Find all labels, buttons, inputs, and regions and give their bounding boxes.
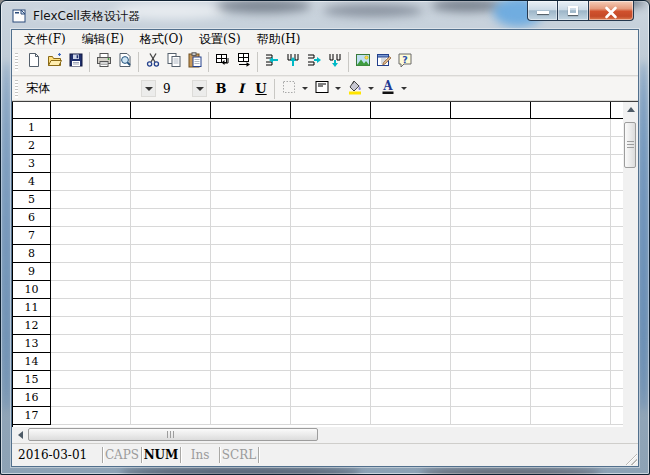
cell[interactable] [611,263,623,281]
cell[interactable] [451,191,531,209]
cell[interactable] [531,245,611,263]
cell[interactable] [531,371,611,389]
cell[interactable] [211,407,291,425]
column-header[interactable] [451,102,531,118]
cell[interactable] [51,191,131,209]
cell[interactable] [211,317,291,335]
titlebar[interactable]: FlexCell表格设计器 [1,1,649,29]
row-header[interactable]: 14 [13,353,51,371]
cell[interactable] [211,227,291,245]
cell[interactable] [291,263,371,281]
cell[interactable] [371,155,451,173]
cell[interactable] [611,335,623,353]
cell[interactable] [131,335,211,353]
column-header[interactable] [211,102,291,118]
cell[interactable] [291,281,371,299]
fill-color-button[interactable] [344,78,365,100]
cell[interactable] [611,245,623,263]
cell[interactable] [51,137,131,155]
row-header[interactable]: 8 [13,245,51,263]
cell[interactable] [611,209,623,227]
cell[interactable] [531,155,611,173]
cell[interactable] [291,299,371,317]
font-color-button[interactable]: A [377,78,398,100]
resize-grip[interactable] [624,452,637,465]
cell[interactable] [211,155,291,173]
cell[interactable] [211,245,291,263]
help-button[interactable]: ? [394,51,415,73]
menu-item-edit[interactable]: 编辑(E) [74,31,132,48]
menu-item-format[interactable]: 格式(O) [132,31,191,48]
row-header[interactable]: 16 [13,389,51,407]
cell[interactable] [291,245,371,263]
cell[interactable] [211,389,291,407]
cell[interactable] [371,371,451,389]
properties-button[interactable] [373,51,394,73]
alignment-dropdown-button[interactable] [332,80,344,98]
cell[interactable] [611,137,623,155]
cell[interactable] [131,191,211,209]
font-color-dropdown-button[interactable] [398,80,410,98]
toolbar-grip[interactable] [15,53,18,71]
cell[interactable] [371,227,451,245]
cell[interactable] [51,173,131,191]
scroll-up-button[interactable] [623,102,638,117]
cell[interactable] [131,389,211,407]
cell[interactable] [451,407,531,425]
cell[interactable] [451,371,531,389]
cell[interactable] [531,407,611,425]
cell[interactable] [371,191,451,209]
cell[interactable] [291,137,371,155]
cell[interactable] [611,299,623,317]
font-name-combo[interactable]: 宋体 [23,80,141,97]
cell[interactable] [371,353,451,371]
cell[interactable] [51,227,131,245]
cell[interactable] [611,353,623,371]
column-header[interactable] [371,102,451,118]
cut-button[interactable] [142,51,163,73]
cell[interactable] [611,155,623,173]
column-header[interactable] [51,102,131,118]
cell[interactable] [131,299,211,317]
horizontal-scrollbar[interactable] [12,427,623,443]
row-header[interactable]: 11 [13,299,51,317]
print-preview-button[interactable] [114,51,135,73]
cell[interactable] [531,353,611,371]
cell[interactable] [451,227,531,245]
cell[interactable] [291,173,371,191]
cell[interactable] [211,353,291,371]
horizontal-scrollbar-thumb[interactable] [28,428,318,441]
cell[interactable] [611,173,623,191]
borders-button[interactable] [278,78,299,100]
row-header[interactable]: 2 [13,137,51,155]
cell[interactable] [531,263,611,281]
column-header[interactable] [131,102,211,118]
cell[interactable] [51,209,131,227]
font-size-combo[interactable]: 9 [160,82,192,96]
cell[interactable] [291,371,371,389]
cell[interactable] [611,389,623,407]
cell[interactable] [371,263,451,281]
cell[interactable] [131,245,211,263]
cell[interactable] [291,335,371,353]
insert-row-button[interactable] [261,51,282,73]
select-all-corner[interactable] [13,102,51,118]
minimize-button[interactable] [527,1,558,21]
menu-item-file[interactable]: 文件(F) [16,31,74,48]
bold-button[interactable]: B [211,79,231,99]
cell[interactable] [611,371,623,389]
italic-button[interactable]: I [231,79,251,99]
cell[interactable] [371,281,451,299]
cell[interactable] [371,317,451,335]
insert-column-button[interactable] [282,51,303,73]
cell[interactable] [611,227,623,245]
column-header[interactable] [611,102,623,118]
cell[interactable] [451,281,531,299]
maximize-button[interactable] [558,1,589,21]
row-header[interactable]: 9 [13,263,51,281]
menu-item-settings[interactable]: 设置(S) [191,31,249,48]
cell[interactable] [291,317,371,335]
cell[interactable] [211,209,291,227]
print-button[interactable] [93,51,114,73]
font-size-dropdown-button[interactable] [192,80,207,97]
